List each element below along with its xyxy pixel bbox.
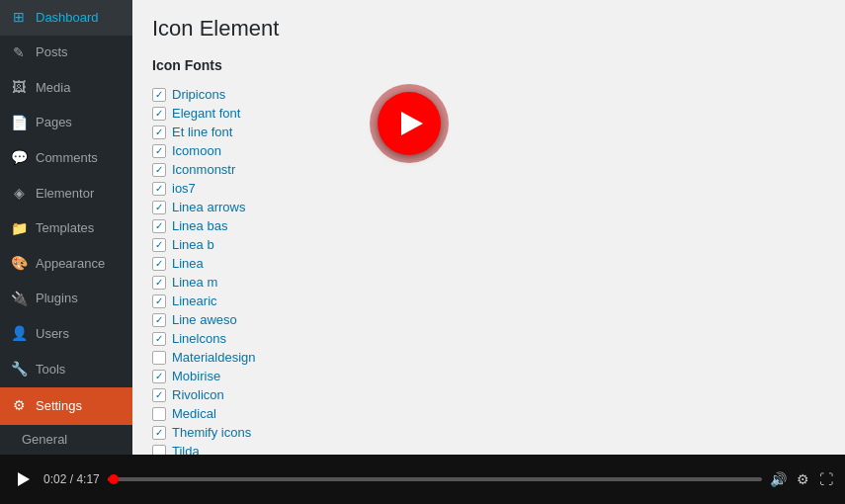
checkbox-et-line-font[interactable] bbox=[152, 126, 166, 139]
sidebar-item-tools[interactable]: 🔧Tools bbox=[0, 352, 132, 387]
font-link-linea-2[interactable]: Linea bbox=[172, 256, 204, 271]
checkbox-materialdesign[interactable] bbox=[152, 351, 166, 365]
list-item: Linea m bbox=[152, 273, 825, 292]
list-item: Linea bbox=[152, 254, 825, 273]
list-item: ios7 bbox=[152, 179, 825, 198]
sidebar-item-templates[interactable]: 📁Templates bbox=[0, 211, 132, 247]
progress-fill bbox=[108, 477, 115, 481]
list-item: Rivolicon bbox=[152, 385, 825, 404]
list-item: Linearic bbox=[152, 292, 825, 310]
sidebar-label-templates: Templates bbox=[36, 219, 94, 237]
font-link-mobirise[interactable]: Mobirise bbox=[172, 369, 220, 383]
list-item: Medical bbox=[152, 404, 825, 423]
font-link-materialdesign[interactable]: Materialdesign bbox=[172, 350, 256, 365]
font-link-linea-arrows[interactable]: Linea arrows bbox=[172, 200, 245, 214]
list-item: Icomoon bbox=[152, 141, 825, 160]
checkbox-ios7[interactable] bbox=[152, 182, 166, 196]
sidebar-label-settings: Settings bbox=[36, 397, 82, 415]
sidebar-label-comments: Comments bbox=[36, 149, 98, 167]
checkbox-mobirise[interactable] bbox=[152, 370, 166, 383]
plugins-icon: 🔌 bbox=[10, 290, 28, 309]
checkbox-linea-arrows[interactable] bbox=[152, 201, 166, 214]
checkbox-dripicons[interactable] bbox=[152, 88, 166, 102]
elementor-icon: ◈ bbox=[10, 184, 28, 204]
dashboard-icon: ⊞ bbox=[10, 8, 28, 28]
video-overlay[interactable] bbox=[330, 79, 488, 168]
font-link-icomoon[interactable]: Icomoon bbox=[172, 143, 221, 158]
video-time: 0:02 / 4:17 bbox=[43, 472, 100, 486]
tools-icon: 🔧 bbox=[10, 360, 28, 379]
pages-icon: 📄 bbox=[10, 114, 28, 133]
font-link-linea-bas[interactable]: Linea bas bbox=[172, 218, 227, 233]
checkbox-linea-2[interactable] bbox=[152, 257, 166, 271]
checkbox-rivolicon[interactable] bbox=[152, 388, 166, 402]
font-link-linea-m[interactable]: Linea m bbox=[172, 275, 217, 290]
font-link-linea-ri[interactable]: Linearic bbox=[172, 294, 217, 308]
volume-icon[interactable]: 🔊 bbox=[770, 471, 787, 487]
posts-icon: ✎ bbox=[10, 43, 28, 63]
sidebar-sub-item-general[interactable]: General bbox=[0, 425, 132, 454]
font-link-et-line-font[interactable]: Et line font bbox=[172, 125, 232, 139]
font-link-ios7[interactable]: ios7 bbox=[172, 181, 196, 196]
checkbox-linea-bas[interactable] bbox=[152, 219, 166, 233]
checkbox-linea-b[interactable] bbox=[152, 238, 166, 252]
settings-arrow: ◀ bbox=[111, 395, 123, 417]
checkbox-linea-m[interactable] bbox=[152, 276, 166, 290]
sidebar-label-media: Media bbox=[36, 79, 70, 97]
list-item: Mobirise bbox=[152, 367, 825, 385]
templates-icon: 📁 bbox=[10, 219, 28, 239]
sidebar-label-tools: Tools bbox=[36, 361, 65, 378]
checkbox-icomoon[interactable] bbox=[152, 144, 166, 158]
sidebar-item-plugins[interactable]: 🔌Plugins bbox=[0, 282, 132, 317]
list-item: Line aweso bbox=[152, 310, 825, 329]
section-title: Icon Fonts bbox=[152, 57, 825, 73]
list-item: Et line font bbox=[152, 123, 825, 141]
sidebar-item-settings[interactable]: ⚙Settings◀ bbox=[0, 387, 132, 425]
video-controls-right: 🔊 ⚙ ⛶ bbox=[770, 471, 833, 487]
checkbox-elegant-font[interactable] bbox=[152, 107, 166, 121]
checkbox-line-aweso[interactable] bbox=[152, 313, 166, 327]
font-link-dripicons[interactable]: Dripicons bbox=[172, 87, 225, 102]
sidebar-label-plugins: Plugins bbox=[36, 290, 78, 307]
list-item: Linea arrows bbox=[152, 198, 825, 216]
sidebar-item-comments[interactable]: 💬Comments bbox=[0, 140, 132, 176]
list-item: Linea bas bbox=[152, 216, 825, 235]
font-link-linea-b[interactable]: Linea b bbox=[172, 237, 214, 252]
checkbox-linelcons[interactable] bbox=[152, 332, 166, 346]
play-button[interactable] bbox=[12, 467, 36, 491]
font-link-rivolicon[interactable]: Rivolicon bbox=[172, 387, 224, 402]
video-play-button[interactable] bbox=[378, 92, 441, 155]
checkbox-medical[interactable] bbox=[152, 407, 166, 421]
sidebar-label-posts: Posts bbox=[36, 43, 68, 61]
font-link-line-aweso[interactable]: Line aweso bbox=[172, 312, 237, 327]
fullscreen-icon[interactable]: ⛶ bbox=[819, 471, 833, 487]
font-link-tilda[interactable]: Tilda bbox=[172, 444, 200, 455]
list-item: Elegant font bbox=[152, 104, 825, 123]
checkbox-linea-ri[interactable] bbox=[152, 294, 166, 308]
sidebar-item-dashboard[interactable]: ⊞Dashboard bbox=[0, 0, 132, 36]
main-content: Icon Element Icon Fonts DripiconsElegant… bbox=[132, 0, 845, 455]
checkbox-themify-icons[interactable] bbox=[152, 426, 166, 440]
sidebar-item-media[interactable]: 🖼Media bbox=[0, 70, 132, 106]
sidebar: ⊞Dashboard✎Posts🖼Media📄Pages💬Comments◈El… bbox=[0, 0, 132, 455]
font-link-medical[interactable]: Medical bbox=[172, 406, 216, 421]
sidebar-item-elementor[interactable]: ◈Elementor bbox=[0, 176, 132, 211]
sidebar-item-pages[interactable]: 📄Pages bbox=[0, 106, 132, 141]
sidebar-item-appearance[interactable]: 🎨Appearance bbox=[0, 246, 132, 282]
font-link-themify-icons[interactable]: Themify icons bbox=[172, 425, 251, 440]
sidebar-item-posts[interactable]: ✎Posts bbox=[0, 36, 132, 71]
settings-icon: ⚙ bbox=[10, 396, 28, 416]
font-link-iconmonstr[interactable]: Iconmonstr bbox=[172, 162, 235, 177]
font-link-linelcons[interactable]: Linelcons bbox=[172, 331, 226, 346]
sidebar-label-elementor: Elementor bbox=[36, 185, 94, 203]
comments-icon: 💬 bbox=[10, 148, 28, 168]
list-item: Themify icons bbox=[152, 423, 825, 442]
settings-icon[interactable]: ⚙ bbox=[797, 471, 809, 487]
checkbox-tilda[interactable] bbox=[152, 445, 166, 456]
sidebar-label-users: Users bbox=[36, 325, 69, 343]
sidebar-label-pages: Pages bbox=[36, 114, 72, 131]
checkbox-iconmonstr[interactable] bbox=[152, 163, 166, 177]
sidebar-item-users[interactable]: 👤Users bbox=[0, 316, 132, 352]
font-link-elegant-font[interactable]: Elegant font bbox=[172, 106, 240, 121]
progress-bar[interactable] bbox=[108, 477, 762, 481]
